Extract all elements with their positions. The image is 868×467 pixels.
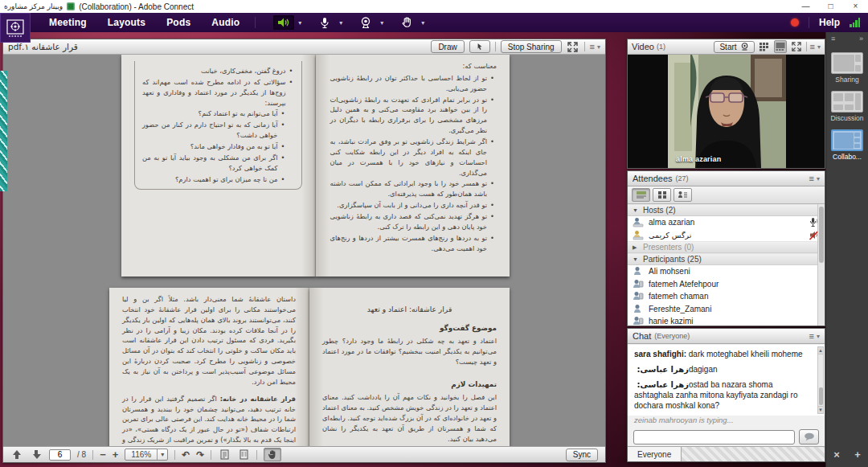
filmstrip-view-button[interactable] — [774, 40, 787, 53]
layout-item-collaboration[interactable]: Collabo... — [829, 129, 865, 161]
pan-tool-button[interactable] — [264, 448, 281, 461]
attendee-name: Ali mohseni — [649, 267, 690, 276]
fullscreen-button[interactable] — [567, 40, 579, 53]
video-display-area: alma azarian — [628, 55, 825, 168]
collapse-triangle-icon[interactable]: ▼ — [633, 207, 639, 213]
grid-view-button[interactable] — [758, 40, 771, 53]
attendee-row[interactable]: alma azarian — [628, 216, 825, 229]
thumbnail-region — [855, 55, 861, 62]
thumbnail-region — [845, 93, 854, 101]
layouts-sidebar: ≡ » Sharing Discussion — [825, 32, 868, 467]
microphone-button[interactable] — [314, 15, 335, 30]
zoom-caret-icon[interactable]: ▾ — [157, 449, 167, 460]
speaker-icon — [277, 17, 290, 28]
send-message-button[interactable] — [799, 429, 819, 444]
chat-message-text: dagigan — [689, 365, 718, 374]
attendee-row[interactable]: نرگس کریمی — [628, 229, 825, 242]
presenters-group-header[interactable]: ▶ Presenters (0) — [628, 241, 825, 253]
video-pod-title: Video — [632, 42, 654, 51]
zoom-level-select[interactable]: 116% ▾ — [125, 449, 168, 461]
layouts-collapse-icon[interactable]: » — [859, 35, 863, 43]
layout-thumbnail — [831, 91, 863, 113]
menu-audio[interactable]: Audio — [201, 17, 250, 28]
thumbnail-region — [833, 55, 854, 72]
participants-group-label: Participants (25) — [643, 255, 702, 264]
start-webcam-button[interactable]: Start — [714, 41, 754, 53]
maximize-button[interactable]: □ — [818, 0, 843, 13]
speaker-caret-icon[interactable]: ▾ — [298, 19, 301, 27]
recording-indicator-icon[interactable] — [791, 18, 799, 27]
raise-hand-button[interactable] — [396, 15, 417, 30]
undo-button[interactable]: ↶ — [182, 450, 190, 460]
draw-button[interactable]: Draw — [431, 40, 464, 53]
layout-item-discussion[interactable]: Discussion — [829, 91, 865, 122]
video-pod: Video (1) Start — [627, 39, 825, 169]
webcam-button[interactable] — [355, 15, 376, 30]
connection-signal-icon[interactable] — [850, 18, 860, 27]
thumbnail-region — [834, 133, 854, 149]
pointer-tool-button[interactable] — [469, 40, 490, 53]
collapse-triangle-icon[interactable]: ▼ — [633, 256, 639, 262]
layout-item-sharing[interactable]: Sharing — [829, 52, 865, 84]
participants-group-header[interactable]: ▼ Participants (25) — [628, 253, 825, 265]
fit-page-button[interactable] — [218, 449, 231, 461]
speaker-button[interactable] — [273, 15, 294, 30]
attendee-row[interactable]: Fereshte_Zamani — [628, 303, 825, 316]
menu-layouts[interactable]: Layouts — [97, 17, 156, 28]
doc-bullet: آیا تو به من وفادار خواهی ماند؟ — [142, 141, 286, 152]
attendee-row[interactable]: hanie kazimi — [628, 315, 825, 326]
attendee-row[interactable]: Ali mohseni — [628, 265, 825, 278]
adobe-connect-window: وبینار مرکز مشاوره (Collaboration) - Ado… — [0, 0, 868, 467]
chat-pod-menu-button[interactable]: ≡▾ — [809, 331, 820, 341]
previous-page-button[interactable] — [10, 449, 23, 461]
raise-hand-caret-icon[interactable]: ▾ — [421, 19, 424, 27]
sync-button[interactable]: Sync — [566, 449, 598, 461]
delete-layout-icon[interactable]: × — [833, 449, 840, 461]
video-pod-menu-button[interactable]: ≡▾ — [810, 42, 821, 51]
doc-bullet: اگر برای من مشکلی به وجود بیاید آیا تو ب… — [142, 153, 286, 174]
microphone-caret-icon[interactable]: ▾ — [339, 19, 342, 27]
layouts-menu-icon[interactable]: ≡ — [831, 35, 835, 43]
zoom-out-button[interactable]: − — [100, 449, 106, 460]
next-page-button[interactable] — [30, 449, 43, 461]
scrollbar-thumb[interactable] — [819, 387, 823, 405]
menu-items: Meeting Layouts Pods Audio — [39, 17, 250, 28]
help-menu[interactable]: Help — [819, 17, 840, 28]
layout-label: Collabo... — [829, 153, 865, 161]
stop-sharing-button[interactable]: Stop Sharing — [501, 40, 562, 53]
fit-width-button[interactable] — [237, 449, 250, 461]
page-number-input[interactable] — [49, 449, 71, 461]
minimize-button[interactable]: — — [793, 0, 818, 13]
speech-bubble-icon — [804, 432, 815, 441]
webcam-caret-icon[interactable]: ▾ — [380, 19, 383, 27]
app-icon — [67, 2, 75, 10]
add-layout-icon[interactable]: + — [854, 449, 861, 461]
chat-scrollbar[interactable]: ▲ ▼ — [817, 346, 824, 414]
video-fullscreen-button[interactable] — [790, 40, 803, 53]
breakout-view-button[interactable] — [653, 188, 671, 202]
hosts-group-header[interactable]: ▼ Hosts (2) — [628, 204, 825, 216]
toolbar-divider — [256, 450, 257, 460]
stage-wallpaper-accent — [0, 71, 7, 191]
chat-message-input[interactable] — [633, 430, 795, 444]
document-spread-bottom: داستان عاشقانهٔ شما معنی‌دار باشد. مثلاً… — [109, 288, 510, 446]
attendee-status-view-button[interactable] — [632, 188, 650, 202]
fit-page-icon — [220, 449, 229, 460]
collapse-triangle-icon[interactable]: ▶ — [633, 244, 639, 251]
redo-button[interactable]: ↷ — [196, 450, 204, 460]
attendee-list-view-button[interactable] — [674, 188, 692, 202]
scroll-up-icon[interactable]: ▲ — [818, 347, 823, 354]
menu-meeting[interactable]: Meeting — [39, 17, 97, 28]
zoom-in-button[interactable]: + — [113, 449, 119, 460]
attendee-row[interactable]: fatemeh Atefehpour — [628, 278, 825, 291]
attendees-pod-menu-button[interactable]: ≡▾ — [809, 174, 820, 183]
attendees-scrollbar[interactable] — [817, 204, 825, 326]
attendee-row[interactable]: fatemeh chaman — [628, 290, 825, 303]
host-user-icon — [633, 230, 644, 240]
share-pod-menu-button[interactable]: ≡▾ — [590, 42, 600, 51]
close-button[interactable]: × — [843, 0, 868, 13]
menu-pods[interactable]: Pods — [156, 17, 201, 28]
chat-tab-everyone[interactable]: Everyone — [628, 447, 682, 461]
scroll-down-icon[interactable]: ▼ — [818, 406, 823, 413]
scrollbar-thumb[interactable] — [819, 207, 824, 263]
